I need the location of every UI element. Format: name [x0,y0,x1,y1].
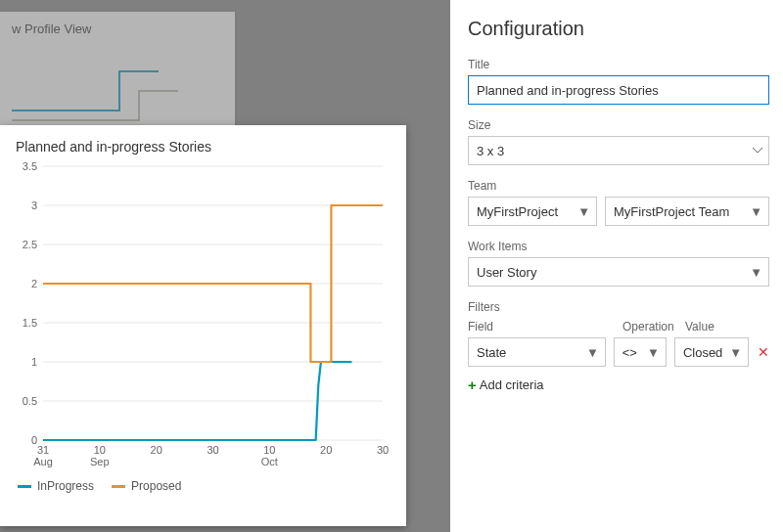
svg-text:Sep: Sep [90,456,110,467]
caret-down-icon: ▼ [750,204,762,219]
workitems-label: Work Items [468,240,769,253]
svg-text:20: 20 [151,444,162,456]
caret-down-icon: ▼ [750,265,762,280]
caret-down-icon: ▼ [729,345,742,360]
legend-label: InProgress [37,479,94,493]
workitems-select[interactable]: User Story ▼ [468,257,769,287]
svg-text:10: 10 [263,444,275,456]
size-value: 3 x 3 [477,144,504,158]
legend-swatch [18,485,31,488]
svg-text:30: 30 [377,444,389,456]
workitems-value: User Story [477,265,536,280]
filters-col-value: Value [685,320,763,333]
filters-col-operation: Operation [622,320,677,333]
chart-area: 00.511.522.533.531Aug10Sep203010Oct2030 [16,160,391,473]
svg-text:1.5: 1.5 [23,317,37,329]
filter-value-select[interactable]: Closed▼ [674,337,749,367]
svg-text:20: 20 [320,444,332,456]
size-select[interactable]: 3 x 3 [468,136,769,165]
svg-text:Aug: Aug [33,456,53,467]
svg-text:31: 31 [37,444,49,456]
remove-filter-icon[interactable]: ✕ [757,344,769,360]
caret-down-icon: ▼ [647,345,660,360]
chart-legend: InProgressProposed [16,479,391,493]
filter-row: State▼<>▼Closed▼✕ [468,337,769,367]
svg-text:0.5: 0.5 [23,395,37,407]
configuration-panel: Configuration Title Size 3 x 3 Team MyFi… [450,0,783,532]
panel-title: Configuration [468,18,769,40]
title-label: Title [468,58,769,71]
filters-header: Field Operation Value [468,320,769,333]
filters-label: Filters [468,300,769,314]
filter-field-select[interactable]: State▼ [468,337,606,367]
legend-item: InProgress [18,479,94,493]
team-label: Team [468,179,769,193]
chart-title: Planned and in-progress Stories [16,139,391,155]
svg-text:3.5: 3.5 [23,160,37,172]
svg-text:2: 2 [31,278,37,289]
svg-text:1: 1 [31,356,37,368]
size-label: Size [468,118,769,132]
legend-label: Proposed [131,479,181,493]
team-team-value: MyFirstProject Team [614,204,729,219]
title-input[interactable] [468,75,769,105]
plus-icon: + [468,377,477,393]
svg-text:3: 3 [31,200,37,211]
legend-swatch [112,485,125,488]
legend-item: Proposed [112,479,181,493]
svg-text:30: 30 [207,444,218,456]
team-project-select[interactable]: MyFirstProject ▼ [468,197,597,226]
chart-preview-card: Planned and in-progress Stories 00.511.5… [0,125,406,526]
svg-text:2.5: 2.5 [23,239,37,250]
team-team-select[interactable]: MyFirstProject Team ▼ [605,197,769,226]
svg-text:10: 10 [94,444,106,456]
chevron-down-icon [753,148,762,154]
add-criteria-label: Add criteria [480,377,544,392]
filters-col-field: Field [468,320,615,333]
add-criteria-button[interactable]: + Add criteria [468,377,544,393]
team-project-value: MyFirstProject [477,204,558,219]
caret-down-icon: ▼ [586,345,599,360]
svg-text:Oct: Oct [261,456,278,467]
caret-down-icon: ▼ [577,204,590,219]
filter-op-select[interactable]: <>▼ [614,337,667,367]
